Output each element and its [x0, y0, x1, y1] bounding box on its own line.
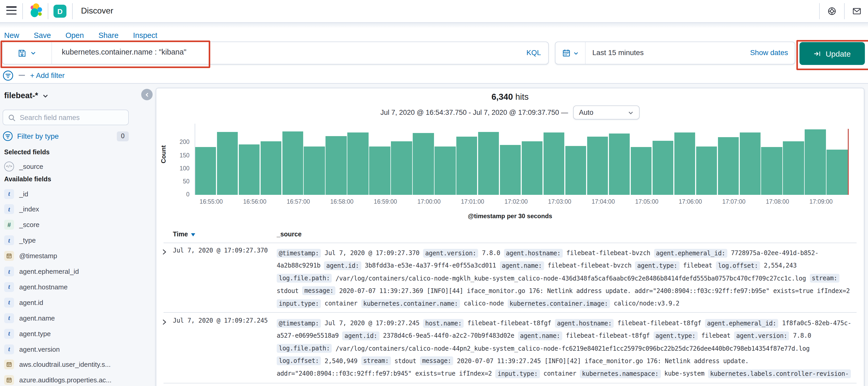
field-key-badge[interactable]: message: [302, 287, 335, 295]
query-language-kql-button[interactable]: KQL [526, 48, 541, 57]
toolbar-link-new[interactable]: New [4, 31, 19, 39]
toolbar-link-share[interactable]: Share [98, 31, 118, 39]
field-key-badge[interactable]: agent.hostname: [504, 248, 563, 258]
interval-select[interactable]: Auto [573, 106, 640, 119]
search-field-names-input[interactable]: Search field names [3, 110, 129, 125]
toolbar-link-inspect[interactable]: Inspect [133, 31, 158, 39]
histogram-bar[interactable] [609, 133, 630, 195]
help-icon[interactable] [828, 7, 836, 16]
histogram-bar[interactable] [544, 133, 564, 195]
field-key-badge[interactable]: input.type: [496, 369, 540, 378]
field-key-badge[interactable]: kubernetes.container.name: [361, 299, 460, 308]
histogram-bar[interactable] [282, 131, 303, 195]
field-item[interactable]: t_id [4, 188, 144, 200]
field-item[interactable]: tagent.type [4, 328, 144, 339]
histogram-bar[interactable] [347, 133, 369, 195]
saved-query-menu-button[interactable] [3, 42, 52, 64]
show-dates-button[interactable]: Show dates [750, 48, 788, 57]
field-key-badge[interactable]: @timestamp: [277, 319, 321, 328]
field-key-badge[interactable]: stream: [361, 357, 391, 365]
field-key-badge[interactable]: agent.id: [342, 331, 379, 340]
histogram-bar[interactable] [718, 137, 739, 195]
histogram-bar[interactable] [565, 146, 586, 195]
field-item[interactable]: aws.cloudtrail.user_identity.s... [4, 359, 144, 370]
date-quick-select-button[interactable] [556, 42, 586, 64]
toolbar-link-save[interactable]: Save [34, 31, 51, 39]
histogram-bar[interactable] [522, 141, 543, 195]
field-item[interactable]: tagent.id [4, 297, 144, 308]
space-badge[interactable]: D [54, 5, 66, 18]
filter-by-type-button[interactable]: Filter by type 0 [3, 130, 129, 142]
field-item[interactable]: @timestamp [4, 250, 144, 262]
field-key-badge[interactable]: message: [420, 357, 453, 365]
histogram-bar[interactable] [652, 141, 673, 195]
doc-time-cell[interactable]: Jul 7, 2020 @ 17:09:27.245 [173, 317, 268, 324]
histogram-bar[interactable] [478, 132, 499, 195]
histogram-bar[interactable] [805, 129, 826, 195]
field-key-badge[interactable]: agent.version: [734, 331, 789, 340]
field-key-badge[interactable]: log.offset: [277, 357, 321, 365]
field-key-badge[interactable]: agent.ephemeral_id: [654, 248, 727, 258]
menu-hamburger-icon[interactable] [6, 6, 17, 15]
field-key-badge[interactable]: kubernetes.container.image: [507, 299, 610, 308]
field-key-badge[interactable]: stream: [810, 274, 839, 283]
histogram-bar[interactable] [195, 147, 216, 195]
histogram-bar[interactable] [217, 132, 238, 195]
newsfeed-mail-icon[interactable] [852, 7, 861, 16]
field-item[interactable]: tagent.ephemeral_id [4, 266, 144, 277]
histogram-bar[interactable] [326, 136, 347, 195]
query-input[interactable]: kubernetes.container.name : "kibana" [62, 48, 186, 56]
field-key-badge[interactable]: agent.name: [518, 331, 562, 340]
field-item[interactable]: #_score [4, 219, 144, 231]
field-item[interactable]: t_type [4, 235, 144, 246]
field-key-badge[interactable]: kubernetes.namespace: [580, 369, 661, 378]
update-button[interactable]: Update [800, 42, 865, 65]
field-key-badge[interactable]: log.file.path: [277, 344, 332, 353]
field-key-badge[interactable]: agent.ephemeral_id: [705, 319, 778, 328]
field-key-badge[interactable]: kubernetes.labels.controller-revision- [708, 369, 851, 378]
field-key-badge[interactable]: log.offset: [716, 261, 760, 270]
expand-row-button[interactable] [161, 318, 167, 327]
field-item[interactable]: t_index [4, 204, 144, 215]
field-item[interactable]: </>_source [4, 160, 144, 172]
histogram-bar[interactable] [304, 147, 325, 195]
histogram-bar[interactable] [239, 145, 259, 195]
histogram-bar[interactable] [413, 133, 434, 195]
collapse-sidebar-button[interactable] [141, 89, 153, 100]
column-header-time[interactable]: Time [173, 231, 196, 238]
field-item[interactable]: tagent.version [4, 344, 144, 355]
field-key-badge[interactable]: agent.hostname: [555, 319, 614, 328]
field-item[interactable]: tagent.hostname [4, 281, 144, 293]
filter-circle-icon[interactable] [3, 70, 13, 81]
field-key-badge[interactable]: agent.version: [423, 248, 478, 258]
histogram-bar[interactable] [674, 133, 695, 195]
index-pattern-selector[interactable]: filebeat-* [4, 91, 49, 100]
histogram-bar[interactable] [435, 147, 456, 195]
histogram-bar[interactable] [761, 147, 782, 195]
histogram-bar[interactable] [456, 137, 477, 195]
field-key-badge[interactable]: agent.type: [653, 331, 698, 340]
field-key-badge[interactable]: agent.name: [500, 261, 544, 270]
field-item[interactable]: tagent.name [4, 312, 144, 324]
histogram-bar[interactable] [587, 137, 608, 195]
histogram-bar[interactable] [783, 141, 804, 195]
histogram-bar[interactable] [696, 147, 717, 195]
field-key-badge[interactable]: input.type: [277, 299, 321, 308]
histogram-bar[interactable] [500, 145, 521, 195]
field-key-badge[interactable]: log.file.path: [277, 274, 332, 283]
field-item[interactable]: azure.auditlogs.properties.ac... [4, 375, 144, 386]
elastic-logo-icon[interactable] [28, 3, 44, 19]
add-filter-button[interactable]: + Add filter [30, 71, 65, 80]
toolbar-link-open[interactable]: Open [65, 31, 84, 39]
histogram-bar[interactable] [827, 150, 848, 195]
histogram-bar[interactable] [369, 147, 391, 195]
doc-time-cell[interactable]: Jul 7, 2020 @ 17:09:27.370 [173, 247, 268, 254]
histogram-bar[interactable] [740, 133, 761, 195]
field-key-badge[interactable]: agent.id: [324, 261, 361, 270]
field-key-badge[interactable]: @timestamp: [277, 248, 321, 258]
histogram-bar[interactable] [391, 141, 412, 195]
field-key-badge[interactable]: host.name: [423, 319, 464, 328]
expand-row-button[interactable] [161, 248, 167, 257]
histogram-bar[interactable] [260, 141, 281, 195]
field-key-badge[interactable]: agent.type: [635, 261, 680, 270]
